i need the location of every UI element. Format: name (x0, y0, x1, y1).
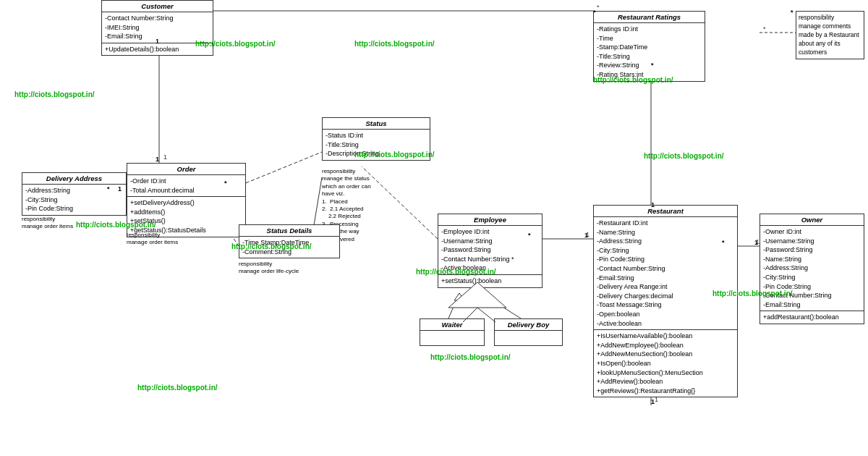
owner-methods: +addRestaurant():boolean (760, 311, 864, 324)
order-title: Order (127, 164, 245, 175)
delivery-address-box: Delivery Address -Address:String -City:S… (22, 172, 127, 216)
delivery-address-title: Delivery Address (22, 173, 126, 185)
watermark-3: http://ciots.blogspot.in/ (593, 76, 673, 84)
employee-title: Employee (438, 214, 542, 226)
employee-fields: -Employee ID:int -Username:String -Passw… (438, 226, 542, 274)
restaurant-ratings-box: Restaurant Ratings -Ratings ID:int -Time… (593, 11, 705, 82)
svg-marker-33 (448, 282, 506, 308)
restaurant-box: Restaurant -Restaurant ID:int -Name:Stri… (593, 205, 738, 397)
mult-rest-bottom: 1 (651, 398, 655, 405)
status-title: Status (323, 118, 430, 130)
watermark-2: http://ciots.blogspot.in/ (354, 40, 435, 48)
watermark-6: http://ciots.blogspot.in/ (644, 152, 724, 160)
watermark-10: http://ciots.blogspot.in/ (430, 353, 511, 361)
mult-customer-top: 1 (156, 38, 159, 45)
mult-order-top: 1 (156, 156, 159, 163)
watermark-1: http://ciots.blogspot.in/ (195, 40, 276, 48)
mult-rest-top-one: 1 (651, 201, 655, 208)
watermark-12: http://ciots.blogspot.in/ (137, 384, 218, 392)
order-note: responsibilitymanage order items (127, 232, 178, 247)
delivery-address-fields: -Address:String -City:String -Pin Code:S… (22, 185, 126, 215)
delivery-boy-body (495, 331, 562, 345)
owner-title: Owner (760, 214, 864, 226)
mult-delivery-star: * (107, 185, 110, 193)
svg-line-35 (477, 308, 495, 322)
status-details-title: Status Details (239, 225, 339, 237)
status-details-note: responsibilitymanage order life-cycle (239, 261, 299, 276)
delivery-address-note: responsibilitymanage order items (22, 216, 73, 231)
mult-delivery-one: 1 (118, 185, 122, 193)
restaurant-methods: +IsUserNameAvailable():boolean +AddNewEm… (594, 329, 737, 397)
mult-rest-owner-star: * (722, 239, 725, 246)
restaurant-ratings-fields: -Ratings ID:int -Time -Stamp:DateTime -T… (594, 23, 705, 81)
mult-rest-ratings-star: * (651, 62, 654, 69)
watermark-7: http://ciots.blogspot.in/ (76, 221, 156, 229)
svg-text:*: * (597, 4, 600, 11)
mult-emp-rest-star: * (528, 232, 531, 239)
watermark-5: http://ciots.blogspot.in/ (354, 151, 435, 159)
watermark-8: http://ciots.blogspot.in/ (231, 242, 312, 250)
uml-diagram: 1 1 * 1 * * * 1 1 * * 1 (0, 0, 868, 456)
mult-emp-rest-one: 1 (584, 232, 588, 239)
mult-ratings-left: * (593, 9, 596, 16)
status-details-box: Status Details -Time Stamp:DateTime -Com… (239, 224, 340, 258)
customer-title: Customer (102, 1, 213, 12)
watermark-9: http://ciots.blogspot.in/ (416, 268, 496, 276)
svg-line-26 (362, 166, 438, 239)
watermark-11: http://ciots.blogspot.in/ (712, 290, 793, 297)
order-fields: -Order ID:int -Total Amount:decimal (127, 175, 245, 196)
owner-fields: -Owner ID:int -Username:String -Password… (760, 226, 864, 311)
mult-note-star: * (791, 9, 793, 16)
waiter-body (420, 331, 484, 345)
order-methods: +setDeliveryAddress() +addItems() +setSt… (127, 196, 245, 236)
svg-line-34 (463, 308, 477, 322)
owner-box: Owner -Owner ID:int -Username:String -Pa… (760, 214, 864, 324)
watermark-4: http://ciots.blogspot.in/ (14, 90, 95, 98)
restaurant-title: Restaurant (594, 206, 737, 217)
svg-text:1: 1 (163, 153, 167, 161)
inheritance-triangle (441, 282, 528, 326)
restaurant-ratings-title: Restaurant Ratings (594, 12, 705, 23)
restaurant-fields: -Restaurant ID:int -Name:String -Address… (594, 217, 737, 329)
mult-order-status: * (224, 180, 227, 187)
employee-box: Employee -Employee ID:int -Username:Stri… (438, 214, 542, 288)
owner-note-box: responsibilitymanage commentsmade by a R… (796, 11, 864, 59)
svg-text:*: * (763, 25, 766, 33)
mult-rest-owner-one: 1 (754, 239, 758, 246)
